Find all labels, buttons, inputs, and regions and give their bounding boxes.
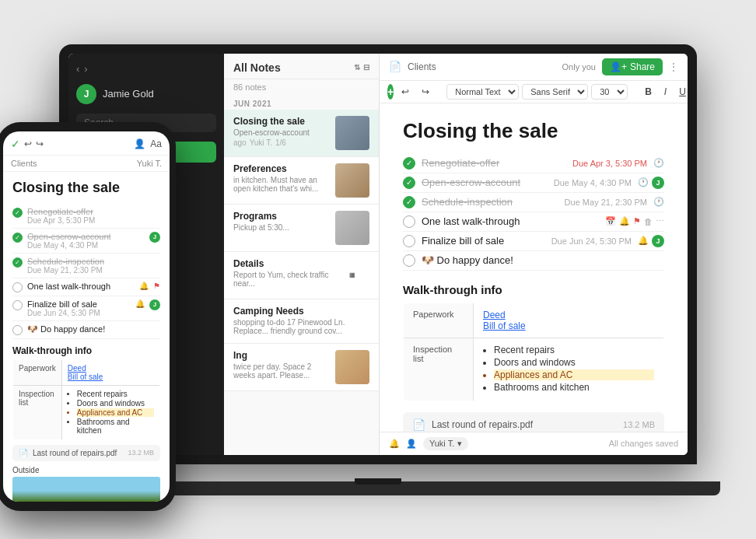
task-checkbox-5[interactable] (403, 235, 415, 247)
phone-checkbox-5[interactable] (12, 300, 23, 310)
task-item-4[interactable]: One last walk-through 📅 🔔 ⚑ 🗑 ⋯ (403, 212, 664, 232)
more-icon[interactable]: ⋯ (656, 216, 664, 226)
note-time-1: ago (233, 138, 247, 147)
sort-icon[interactable]: ⇅ (354, 63, 360, 72)
phone-checkbox-6[interactable] (12, 325, 23, 335)
task-text-2: Open-escrow-account (422, 177, 548, 188)
flag-icon[interactable]: ⚑ (633, 216, 641, 226)
trash-icon[interactable]: 🗑 (644, 217, 653, 226)
task-icons-3: 🕐 (653, 197, 664, 207)
task-item-1[interactable]: ✓ Renegotiate-offer Due Apr 3, 5:30 PM 🕐 (403, 154, 664, 173)
attachment-size: 13.2 MB (623, 420, 655, 429)
task-checkbox-3[interactable]: ✓ (403, 196, 415, 208)
task-text-4: One last walk-through (422, 215, 599, 227)
note-item-3[interactable]: Programs Pickup at 5:30... (224, 205, 379, 252)
note-thumb-img-4: ▦ (335, 258, 369, 292)
note-item-4[interactable]: Details Report to Yum, check traffic nea… (224, 252, 379, 299)
phone-user-icon[interactable]: 👤 (134, 138, 145, 149)
task-text-3: Schedule-inspection (422, 196, 558, 208)
phone-note-title: Closing the sale (12, 180, 160, 196)
redo-button[interactable]: ↪ (417, 84, 434, 100)
note-item-title-1: Closing the sale (233, 116, 329, 127)
phone-checkbox-1[interactable]: ✓ (12, 208, 23, 218)
notes-panel: All Notes ⇅ ⊟ 86 notes JUN 2021 Closing … (224, 54, 380, 455)
note-item-content-6: Ing twice per day. Space 2 weeks apart. … (233, 350, 329, 384)
clock-icon-1: 🕐 (653, 158, 664, 168)
avatar[interactable]: J (76, 84, 96, 104)
insert-button[interactable]: + (387, 84, 394, 100)
phone-task-5[interactable]: Finalize bill of sale Due Jun 24, 5:30 P… (12, 296, 160, 321)
note-item-5[interactable]: Camping Needs shopping to-do 17 Pinewood… (224, 299, 379, 344)
phone-inspect-4: Bathrooms and kitchen (77, 418, 154, 435)
calendar-icon[interactable]: 📅 (605, 216, 616, 226)
note-item-content-4: Details Report to Yum, check traffic nea… (233, 258, 329, 292)
task-checkbox-1[interactable]: ✓ (403, 157, 415, 170)
task-checkbox-6[interactable] (403, 254, 415, 267)
phone-bell-4[interactable]: 🔔 (139, 282, 149, 290)
phone-checkbox-3[interactable]: ✓ (12, 257, 23, 268)
task-item-3[interactable]: ✓ Schedule-inspection Due May 21, 2:30 P… (403, 193, 664, 212)
more-options-icon[interactable]: ⋮ (669, 61, 678, 72)
note-item-content-3: Programs Pickup at 5:30... (233, 211, 329, 245)
font-size-select[interactable]: 30 (591, 84, 628, 100)
forward-icon[interactable]: › (84, 63, 87, 75)
note-item-sub-2: in kitchen. Must have an open kitchen th… (233, 176, 329, 193)
phone-checkbox-2[interactable]: ✓ (12, 233, 23, 243)
phone-undo-icon[interactable]: ↩ (24, 138, 32, 149)
editor-topbar: 📄 Clients Only you 👤+ Share ⋮ (380, 54, 688, 81)
format-bold-button[interactable]: B (640, 84, 656, 100)
task-item-5[interactable]: Finalize bill of sale Due Jun 24, 5:30 P… (403, 232, 664, 251)
phone-redo-icon[interactable]: ↪ (36, 138, 44, 149)
note-item-title-6: Ing (233, 350, 329, 361)
note-item-2[interactable]: Preferences in kitchen. Must have an ope… (224, 157, 379, 205)
bell-bottom-icon[interactable]: 🔔 (389, 439, 400, 449)
phone-task-3[interactable]: ✓ Schedule-inspection Due May 21, 2:30 P… (12, 254, 160, 278)
phone-bell-5[interactable]: 🔔 (135, 299, 145, 308)
back-icon[interactable]: ‹ (76, 63, 79, 75)
deed-link[interactable]: Deed (483, 310, 654, 320)
bell-icon-5[interactable]: 🔔 (638, 236, 649, 246)
phone-user-badge-2: J (149, 232, 160, 243)
notes-count: 86 notes (224, 79, 379, 95)
bell-icon[interactable]: 🔔 (619, 216, 630, 226)
phone-flag-4[interactable]: ⚑ (153, 282, 160, 290)
share-button[interactable]: 👤+ Share (602, 58, 663, 75)
user-tag[interactable]: Yuki T. ▾ (423, 437, 468, 450)
format-underline-button[interactable]: U (674, 84, 688, 100)
phone-bill-link[interactable]: Bill of sale (68, 373, 154, 381)
task-checkbox-4[interactable] (403, 215, 415, 228)
filter-icon[interactable]: ⊟ (363, 63, 369, 72)
font-select[interactable]: Sans Serif (522, 84, 588, 100)
clock-icon-2: 🕐 (638, 177, 649, 187)
task-item-6[interactable]: 🐶 Do happy dance! (403, 251, 664, 271)
phone-task-1[interactable]: ✓ Renegotiate-offer Due Apr 3, 5:30 PM (12, 204, 160, 229)
user-bottom-icon[interactable]: 👤 (406, 439, 417, 449)
note-item-6[interactable]: Ing twice per day. Space 2 weeks apart. … (224, 344, 379, 391)
phone-check-icon[interactable]: ✓ (11, 138, 20, 150)
phone-attachment[interactable]: 📄 Last round of repairs.pdf 13.2 MB (12, 445, 160, 461)
phone-task-2[interactable]: ✓ Open-escrow-account Due May 4, 4:30 PM… (12, 229, 160, 254)
phone-checkbox-4[interactable] (12, 282, 23, 292)
phone-task-title-5: Finalize bill of sale (27, 299, 131, 309)
phone-format-icon[interactable]: Aa (150, 138, 162, 149)
note-item-sub-5: shopping to-do 17 Pinewood Ln. Replace..… (233, 318, 369, 335)
task-item-2[interactable]: ✓ Open-escrow-account Due May 4, 4:30 PM… (403, 173, 664, 193)
format-italic-button[interactable]: I (660, 84, 671, 100)
phone-task-title-2: Open-escrow-account (27, 232, 145, 241)
phone-topbar-icons: ✓ ↩ ↪ (11, 138, 44, 150)
phone-inspect-2: Doors and windows (77, 399, 154, 408)
sidebar-user: J Jamie Gold (68, 81, 224, 110)
task-checkbox-2[interactable]: ✓ (403, 177, 415, 189)
phone-task-6[interactable]: 🐶 Do happy dance! (12, 321, 160, 339)
text-style-select[interactable]: Normal Text (446, 84, 519, 100)
phone-task-title-6: 🐶 Do happy dance! (27, 324, 160, 334)
phone-deed-link[interactable]: Deed (68, 364, 154, 373)
phone-pdf-icon: 📄 (19, 449, 28, 457)
note-item-1[interactable]: Closing the sale Open-escrow-account ago… (224, 110, 379, 157)
bill-of-sale-link[interactable]: Bill of sale (483, 320, 654, 331)
laptop-notch (355, 478, 401, 485)
phone-task-4[interactable]: One last walk-through 🔔 ⚑ (12, 278, 160, 296)
attachment-row[interactable]: 📄 Last round of repairs.pdf 13.2 MB (403, 412, 664, 432)
undo-button[interactable]: ↩ (397, 84, 414, 100)
note-item-content-2: Preferences in kitchen. Must have an ope… (233, 163, 329, 198)
